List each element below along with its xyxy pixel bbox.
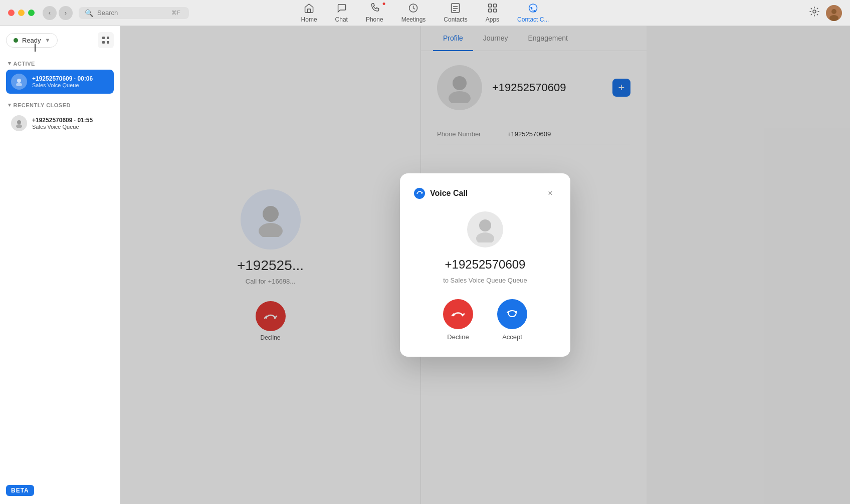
grid-button[interactable] xyxy=(98,32,114,48)
nav-home[interactable]: Home xyxy=(292,0,326,26)
sidebar: Ready ▼ ▾ ACTIVE +19252570609 · 00:06 Sa… xyxy=(0,26,120,504)
modal-title: Voice Call xyxy=(430,189,539,198)
closed-call-queue: Sales Voice Queue xyxy=(32,124,109,130)
svg-point-10 xyxy=(831,9,836,14)
nav-contacts[interactable]: Contacts xyxy=(435,0,476,26)
nav-home-label: Home xyxy=(301,16,317,23)
modal-queue-label: to Sales Voice Queue Queue xyxy=(414,277,556,284)
contact-c-icon xyxy=(528,3,539,15)
minimize-traffic-light[interactable] xyxy=(18,10,25,16)
svg-point-16 xyxy=(17,79,21,83)
active-call-info: +19252570609 · 00:06 Sales Voice Queue xyxy=(32,75,109,88)
recently-closed-label: ▾ RECENTLY CLOSED xyxy=(8,102,114,108)
nav-apps[interactable]: Apps xyxy=(477,0,508,26)
forward-arrow[interactable]: › xyxy=(59,6,73,20)
nav-contact-c[interactable]: Contact C... xyxy=(508,0,558,26)
svg-rect-2 xyxy=(452,4,460,13)
svg-line-26 xyxy=(421,192,422,193)
modal-header: Voice Call × xyxy=(414,187,556,199)
nav-chat[interactable]: Chat xyxy=(326,0,357,26)
accept-label: Accept xyxy=(502,333,522,341)
svg-rect-0 xyxy=(308,9,311,13)
status-label: Ready xyxy=(22,37,41,44)
cursor-indicator xyxy=(35,44,36,52)
status-dot xyxy=(14,38,18,43)
nav-apps-label: Apps xyxy=(486,16,499,23)
svg-rect-15 xyxy=(107,41,109,44)
accept-action: Accept xyxy=(497,299,527,341)
accept-button[interactable] xyxy=(497,299,527,329)
svg-rect-5 xyxy=(488,9,491,12)
modal-overlay: Voice Call × +19252570609 to Sales Voice… xyxy=(120,26,850,504)
search-bar[interactable]: 🔍 ⌘F xyxy=(79,7,189,19)
user-avatar[interactable] xyxy=(826,5,842,21)
search-input[interactable] xyxy=(97,9,167,17)
svg-point-18 xyxy=(17,120,21,124)
active-call-item[interactable]: +19252570609 · 00:06 Sales Voice Queue xyxy=(6,70,114,94)
nav-phone[interactable]: Phone xyxy=(357,0,392,26)
svg-point-28 xyxy=(479,219,491,231)
maximize-traffic-light[interactable] xyxy=(28,10,35,16)
voice-call-modal: Voice Call × +19252570609 to Sales Voice… xyxy=(400,173,570,357)
closed-call-info: +19252570609 · 01:55 Sales Voice Queue xyxy=(32,117,109,130)
dropdown-arrow: ▼ xyxy=(45,37,51,43)
active-section-label: ▾ ACTIVE xyxy=(8,60,114,67)
main-layout: Ready ▼ ▾ ACTIVE +19252570609 · 00:06 Sa… xyxy=(0,26,850,504)
decline-label: Decline xyxy=(447,333,469,341)
svg-point-8 xyxy=(813,10,816,13)
active-call-queue: Sales Voice Queue xyxy=(32,82,109,88)
traffic-lights xyxy=(8,10,35,16)
nav-contact-c-label: Contact C... xyxy=(517,16,549,23)
beta-badge: BETA xyxy=(6,485,34,496)
closed-call-number: +19252570609 · 01:55 xyxy=(32,117,109,124)
modal-caller-avatar xyxy=(467,211,503,247)
closed-call-avatar xyxy=(11,115,27,131)
meetings-icon xyxy=(408,3,419,15)
svg-point-17 xyxy=(16,83,22,86)
top-nav: Home Chat Phone Meetings xyxy=(292,0,558,26)
modal-actions: Decline Accept xyxy=(414,299,556,341)
decline-button[interactable] xyxy=(443,299,473,329)
svg-line-30 xyxy=(463,314,465,316)
nav-contacts-label: Contacts xyxy=(444,16,467,23)
svg-point-19 xyxy=(16,124,22,128)
phone-badge xyxy=(382,2,386,6)
settings-icon[interactable] xyxy=(809,6,820,20)
search-icon: 🔍 xyxy=(85,9,93,17)
svg-point-7 xyxy=(529,4,537,12)
home-icon xyxy=(304,3,315,15)
sidebar-top-row: Ready ▼ xyxy=(6,32,114,48)
svg-point-29 xyxy=(476,232,494,242)
active-call-number: +19252570609 · 00:06 xyxy=(32,75,109,82)
content-area: +192525... Call for +16698... Decline Pr… xyxy=(120,26,850,504)
svg-rect-4 xyxy=(493,4,496,7)
voice-call-icon xyxy=(414,188,425,199)
svg-rect-14 xyxy=(102,41,105,44)
nav-arrows: ‹ › xyxy=(43,6,73,20)
close-traffic-light[interactable] xyxy=(8,10,15,16)
svg-rect-12 xyxy=(102,37,105,39)
nav-phone-label: Phone xyxy=(366,16,383,23)
chat-icon xyxy=(336,3,347,15)
title-bar: ‹ › 🔍 ⌘F Home Chat Phone xyxy=(0,0,850,26)
status-dropdown[interactable]: Ready ▼ xyxy=(6,33,58,48)
contacts-icon xyxy=(450,3,461,15)
decline-action: Decline xyxy=(443,299,473,341)
svg-rect-3 xyxy=(488,4,491,7)
closed-call-item[interactable]: +19252570609 · 01:55 Sales Voice Queue xyxy=(6,111,114,135)
nav-meetings[interactable]: Meetings xyxy=(392,0,435,26)
apps-icon xyxy=(487,3,498,15)
back-arrow[interactable]: ‹ xyxy=(43,6,57,20)
phone-icon xyxy=(369,3,380,15)
active-chevron: ▾ xyxy=(8,60,12,67)
svg-line-27 xyxy=(417,192,418,193)
nav-meetings-label: Meetings xyxy=(401,16,426,23)
nav-chat-label: Chat xyxy=(335,16,348,23)
modal-close-button[interactable]: × xyxy=(544,187,556,199)
active-call-avatar xyxy=(11,74,27,90)
svg-rect-6 xyxy=(493,9,496,12)
search-shortcut: ⌘F xyxy=(171,10,180,16)
title-bar-right xyxy=(809,5,842,21)
svg-point-11 xyxy=(829,15,838,21)
recently-closed-chevron: ▾ xyxy=(8,102,12,108)
